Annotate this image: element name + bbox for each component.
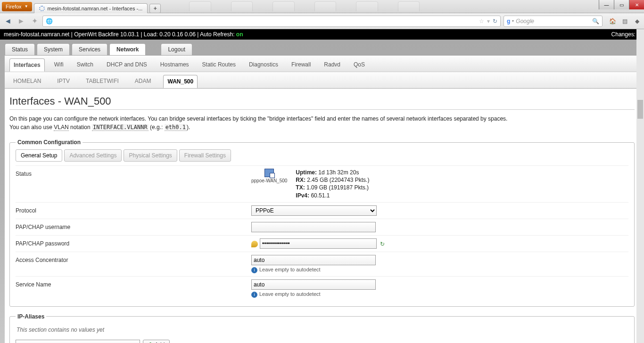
- iface-tab-adam[interactable]: ADAM: [131, 75, 155, 88]
- scrollbar-vertical[interactable]: [636, 29, 644, 343]
- add-alias-button[interactable]: ✚Add: [143, 340, 170, 343]
- ac-label: Access Concentrator: [16, 255, 251, 273]
- ac-hint: iLeave empty to autodetect: [251, 267, 628, 273]
- tab-network[interactable]: Network: [109, 43, 146, 55]
- interface-tabs: HOMELAN IPTV TABLETWIFI ADAM WAN_500: [5, 72, 639, 88]
- window-controls: — ▭ ✕: [599, 0, 644, 9]
- service-label: Service Name: [16, 279, 251, 298]
- feed-icon[interactable]: ▤: [620, 17, 629, 25]
- subtab-wifi[interactable]: Wifi: [50, 58, 67, 72]
- auto-refresh-label: Auto Refresh:: [200, 31, 234, 38]
- home-icon[interactable]: 🏠: [608, 17, 617, 25]
- window-close-button[interactable]: ✕: [629, 0, 644, 9]
- password-label: PAP/CHAP password: [16, 238, 251, 249]
- window-minimize-button[interactable]: —: [599, 0, 614, 9]
- info-icon: i: [251, 267, 257, 273]
- subtab-diagnostics[interactable]: Diagnostics: [245, 58, 282, 72]
- new-tab-button[interactable]: +: [149, 4, 161, 13]
- tab-system[interactable]: System: [37, 43, 70, 55]
- tab-status[interactable]: Status: [5, 43, 35, 55]
- firmware-version: OpenWrt Backfire 10.03.1: [74, 31, 139, 38]
- iface-tab-wan500[interactable]: WAN_500: [163, 75, 198, 88]
- back-button[interactable]: ◄: [3, 16, 13, 26]
- common-config-legend: Common Configuration: [16, 139, 83, 146]
- browser-url-toolbar: ◄ ► ✦ 🌐 ☆ ▾ ↻ g ▾ Google 🔍 🏠 ▤ ◆: [0, 13, 644, 29]
- bg-tab: [356, 1, 378, 11]
- globe-icon: 🌐: [46, 18, 53, 24]
- username-input[interactable]: [251, 222, 376, 232]
- reload-icon[interactable]: ↻: [493, 18, 497, 24]
- browser-tab-active[interactable]: mesin-fotostat.namran.net - Interfaces -…: [34, 3, 148, 13]
- chevron-down-icon: ▼: [25, 4, 28, 8]
- star-icon[interactable]: ☆: [479, 18, 484, 24]
- browser-titlebar: Firefox ▼ mesin-fotostat.namran.net - In…: [0, 0, 644, 13]
- info-icon: i: [251, 292, 257, 298]
- search-placeholder: Google: [516, 18, 534, 24]
- browser-tab-title: mesin-fotostat.namran.net - Interfaces -…: [48, 6, 143, 11]
- hostname: mesin-fotostat.namran.net: [4, 31, 69, 38]
- main-tabs: Status System Services Network Logout: [5, 43, 639, 55]
- cfg-tab-physical[interactable]: Physical Settings: [124, 149, 177, 162]
- status-interface-icon: pppoe-WAN_500: [251, 169, 287, 183]
- iface-tab-tabletwifi[interactable]: TABLETWIFI: [82, 75, 123, 88]
- subtab-qos[interactable]: QoS: [350, 58, 369, 72]
- subtab-static-routes[interactable]: Static Routes: [198, 58, 239, 72]
- page-description: On this page you can configure the netwo…: [9, 114, 635, 131]
- ip-aliases-legend: IP-Aliases: [16, 313, 46, 320]
- iface-tab-iptv[interactable]: IPTV: [53, 75, 74, 88]
- iface-tab-homelan[interactable]: HOMELAN: [9, 75, 45, 88]
- tab-services[interactable]: Services: [72, 43, 107, 55]
- alias-name-input[interactable]: [16, 340, 140, 343]
- loading-icon: [39, 6, 45, 11]
- page-title: Interfaces - WAN_500: [9, 95, 635, 110]
- url-field[interactable]: 🌐 ☆ ▾ ↻: [42, 16, 501, 27]
- bg-tab: [231, 1, 253, 11]
- status-interface-name: pppoe-WAN_500: [251, 178, 287, 183]
- bg-tab: [314, 1, 336, 11]
- password-input[interactable]: [260, 238, 377, 249]
- ip-aliases-fieldset: IP-Aliases This section contains no valu…: [9, 313, 635, 343]
- bg-tab: [272, 1, 294, 11]
- window-maximize-button[interactable]: ▭: [614, 0, 629, 9]
- service-input[interactable]: [251, 279, 376, 290]
- forward-button[interactable]: ►: [16, 16, 26, 26]
- subtab-firewall[interactable]: Firewall: [288, 58, 314, 72]
- bg-tab: [189, 1, 211, 11]
- firefox-menu-button[interactable]: Firefox ▼: [2, 2, 32, 11]
- cfg-tab-firewall[interactable]: Firewall Settings: [179, 149, 231, 162]
- load-value: 0.20 0.16 0.06: [159, 31, 196, 38]
- page-content: Interfaces - WAN_500 On this page you ca…: [5, 88, 639, 343]
- username-label: PAP/CHAP username: [16, 222, 251, 232]
- browser-tab-strip: mesin-fotostat.namran.net - Interfaces -…: [34, 0, 161, 13]
- aliases-empty-text: This section contains no values yet: [17, 327, 628, 333]
- status-text: Uptime: 1d 13h 32m 20s RX: 2.45 GB (2204…: [296, 169, 369, 199]
- browser-search-field[interactable]: g ▾ Google 🔍: [504, 16, 603, 27]
- subtab-dhcp[interactable]: DHCP and DNS: [103, 58, 151, 72]
- auto-refresh-state[interactable]: on: [236, 31, 243, 38]
- scrollbar-thumb[interactable]: [637, 100, 643, 119]
- addon-icon[interactable]: ◆: [633, 17, 641, 25]
- sync-icon[interactable]: ✦: [29, 16, 40, 26]
- subtab-radvd[interactable]: Radvd: [320, 58, 344, 72]
- status-label: Status: [16, 169, 251, 199]
- network-icon: [264, 169, 274, 177]
- ac-input[interactable]: [251, 255, 376, 265]
- subtab-hostnames[interactable]: Hostnames: [157, 58, 193, 72]
- protocol-label: Protocol: [16, 205, 251, 216]
- luci-header: mesin-fotostat.namran.net | OpenWrt Back…: [0, 29, 644, 40]
- search-icon[interactable]: 🔍: [592, 18, 599, 24]
- cfg-tab-general[interactable]: General Setup: [16, 149, 62, 162]
- bg-tab: [398, 1, 420, 11]
- subtab-interfaces[interactable]: Interfaces: [9, 58, 45, 72]
- protocol-select[interactable]: PPPoE: [251, 205, 377, 216]
- key-icon: [251, 241, 258, 247]
- config-tabs: General Setup Advanced Settings Physical…: [16, 149, 628, 162]
- subtab-switch[interactable]: Switch: [73, 58, 97, 72]
- cfg-tab-advanced[interactable]: Advanced Settings: [64, 149, 122, 162]
- service-hint: iLeave empty to autodetect: [251, 291, 628, 298]
- common-configuration-fieldset: Common Configuration General Setup Advan…: [9, 139, 635, 307]
- tab-logout[interactable]: Logout: [161, 43, 192, 55]
- firefox-menu-label: Firefox: [6, 4, 22, 9]
- refresh-icon[interactable]: ↻: [380, 241, 387, 247]
- changes-count[interactable]: Changes: 0: [611, 31, 640, 38]
